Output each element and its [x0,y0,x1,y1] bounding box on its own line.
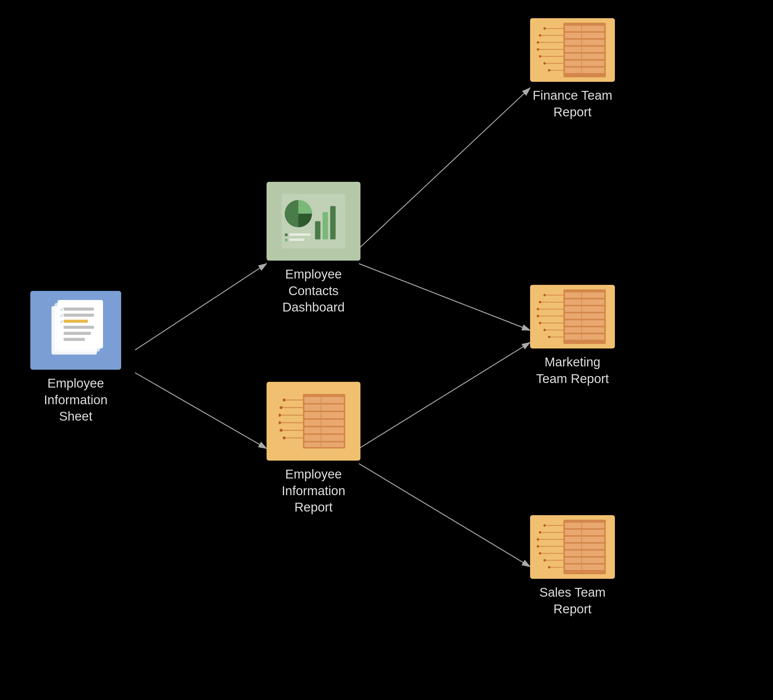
svg-text:✓: ✓ [60,307,64,312]
svg-rect-56 [565,68,604,73]
svg-rect-74 [565,300,604,305]
svg-rect-101 [565,558,604,563]
svg-rect-50 [565,26,604,31]
svg-text:✓: ✓ [60,319,64,324]
svg-rect-25 [289,233,311,236]
finance-icon [536,21,609,79]
svg-point-66 [539,34,541,37]
svg-rect-32 [304,420,344,426]
svg-point-94 [548,336,550,338]
svg-point-116 [543,559,546,562]
svg-rect-76 [565,313,604,319]
node-finance-team-report: Finance Team Report [530,18,615,120]
node-sales-team-report: Sales Team Report [530,515,615,617]
svg-rect-73 [565,292,604,298]
svg-point-92 [539,322,541,324]
svg-rect-10 [64,308,94,311]
ecd-label: Employee Contacts Dashboard [282,266,344,316]
svg-point-113 [537,538,539,540]
svg-rect-21 [315,221,321,239]
svg-rect-14 [64,332,91,335]
svg-rect-53 [565,47,604,52]
eir-icon-box [266,382,360,461]
svg-point-71 [548,69,550,71]
svg-rect-77 [565,320,604,326]
svg-line-2 [135,373,266,448]
node-marketing-team-report: Marketing Team Report [530,285,615,387]
svg-line-4 [359,264,530,330]
eis-label: Employee Information Sheet [44,375,107,425]
svg-rect-34 [304,435,344,441]
svg-rect-99 [565,544,604,549]
svg-text:✓: ✓ [60,313,64,318]
svg-point-91 [537,315,539,317]
svg-rect-102 [565,565,604,570]
svg-point-24 [285,233,288,236]
svg-point-112 [539,531,541,534]
sales-icon [536,518,609,576]
finance-label: Finance Team Report [533,87,612,120]
svg-point-69 [539,55,541,58]
eir-icon [279,391,348,451]
svg-line-5 [359,343,530,448]
svg-point-70 [543,62,546,64]
svg-rect-29 [304,397,344,403]
svg-rect-33 [304,427,344,433]
svg-rect-31 [304,412,344,418]
eis-icon: ✓ ✓ ✓ [43,300,109,361]
svg-rect-35 [304,442,344,447]
svg-rect-52 [565,40,604,45]
svg-rect-22 [322,212,328,239]
svg-rect-78 [565,327,604,333]
svg-rect-15 [64,338,85,341]
svg-rect-11 [64,314,94,317]
diagram-container: ✓ ✓ ✓ Employee Information Sheet [0,0,773,700]
svg-line-3 [359,88,530,249]
sales-label: Sales Team Report [539,584,606,617]
svg-point-65 [543,27,546,30]
svg-rect-13 [64,326,94,329]
sales-icon-box [530,515,615,579]
svg-point-90 [537,308,539,310]
svg-point-117 [548,566,550,568]
svg-rect-100 [565,551,604,556]
svg-rect-23 [330,206,336,239]
svg-line-6 [359,464,530,567]
svg-rect-30 [304,405,344,411]
svg-point-89 [539,301,541,303]
svg-rect-27 [289,239,304,241]
eir-label: Employee Information Report [282,466,345,516]
svg-point-48 [283,436,286,440]
svg-point-88 [543,294,546,296]
node-employee-information-report: Employee Information Report [266,382,360,516]
svg-point-67 [537,41,539,44]
marketing-icon-box [530,285,615,349]
svg-rect-96 [565,523,604,528]
svg-rect-75 [565,306,604,312]
svg-point-46 [279,421,281,424]
svg-point-115 [539,552,541,555]
svg-line-1 [135,264,266,350]
svg-rect-97 [565,530,604,535]
eis-icon-box: ✓ ✓ ✓ [30,291,121,370]
ecd-icon [279,191,348,252]
svg-rect-55 [565,61,604,66]
svg-point-26 [285,239,288,242]
svg-point-44 [280,406,283,409]
svg-rect-51 [565,33,604,38]
ecd-icon-box [266,182,360,260]
svg-point-43 [283,399,286,402]
svg-rect-79 [565,334,604,340]
svg-point-93 [543,329,546,331]
svg-point-47 [280,429,283,432]
node-employee-contacts-dashboard: Employee Contacts Dashboard [266,182,360,316]
svg-rect-54 [565,54,604,59]
finance-icon-box [530,18,615,82]
svg-point-114 [537,545,539,548]
svg-point-68 [537,48,539,51]
svg-point-111 [543,524,546,527]
svg-rect-9 [58,300,103,349]
marketing-icon [536,288,609,346]
svg-rect-98 [565,537,604,542]
svg-rect-12 [64,320,88,323]
